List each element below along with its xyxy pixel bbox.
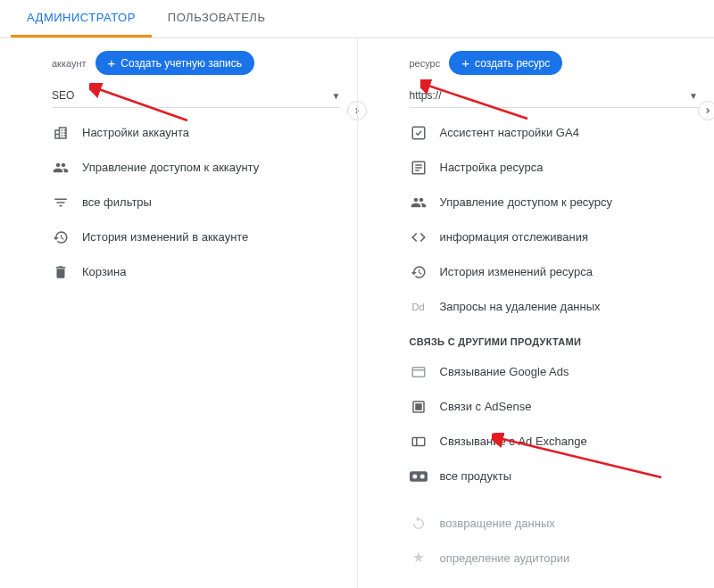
svg-point-14 [419,474,424,478]
ad-exchange-icon [410,433,428,451]
plus-icon: + [461,56,469,70]
return-icon [410,515,428,533]
account-selector[interactable]: SEO ▼ [52,84,341,108]
audience-definitions[interactable]: определение аудитории [358,541,715,576]
custom-definitions[interactable]: Dd специальные определения [358,576,715,588]
tab-admin[interactable]: АДМИНИСТРАТОР [11,0,152,37]
menu-label: Корзина [82,265,127,278]
menu-label: Связывание с Ad Exchange [440,435,587,448]
adsense-linking[interactable]: Связи с AdSense [358,389,715,424]
property-settings[interactable]: Настройка ресурса [358,150,715,185]
menu-label: определение аудитории [440,551,570,565]
svg-rect-9 [416,404,421,410]
menu-label: Управление доступом к аккаунту [82,161,259,174]
code-icon [410,228,428,246]
target-icon [410,550,428,567]
property-label: ресурс [410,58,441,69]
link-icon [410,468,428,485]
property-change-history[interactable]: История изменений ресурса [358,254,715,289]
account-column: аккаунт + Создать учетную запись SEO ▼ Н… [0,38,357,588]
check-square-icon [410,124,428,142]
menu-label: История изменений ресурса [440,265,593,278]
tab-user[interactable]: ПОЛЬЗОВАТЕЛЬ [152,0,282,37]
tracking-info[interactable]: информация отслеживания [358,219,715,254]
create-account-button[interactable]: + Создать учетную запись [95,51,254,75]
menu-label: все продукты [440,469,512,483]
property-selector-value: https:// [410,89,442,102]
building-icon [52,124,70,142]
settings-square-icon [410,159,428,177]
create-account-label: Создать учетную запись [120,57,242,70]
ga4-setup-assistant[interactable]: Ассистент настройки GA4 [358,115,715,150]
dd-icon: Dd [410,298,428,316]
svg-point-13 [412,474,417,478]
account-change-history[interactable]: История изменений в аккаунте [0,219,357,254]
google-ads-linking[interactable]: Связывание Google Ads [358,354,715,389]
svg-rect-6 [412,367,425,377]
account-label: аккаунт [52,58,87,69]
menu-label: Управление доступом к ресурсу [440,195,612,209]
caret-down-icon: ▼ [332,91,341,101]
create-property-button[interactable]: + создать ресурс [449,51,562,75]
plus-icon: + [108,56,116,70]
menu-label: информация отслеживания [440,230,588,244]
menu-label: все фильтры [82,195,152,209]
filter-icon [52,194,70,211]
people-icon [410,194,428,211]
caret-down-icon: ▼ [689,91,698,101]
history-icon [52,228,70,246]
all-products[interactable]: все продукты [358,459,715,493]
account-settings[interactable]: Настройки аккаунта [0,115,357,150]
svg-rect-1 [412,127,425,139]
dd-icon: Dd [410,584,428,589]
data-deletion-requests[interactable]: Dd Запросы на удаление данных [358,289,715,324]
menu-label: Ассистент настройки GA4 [440,126,579,139]
postbacks[interactable]: возвращение данных [358,506,715,541]
top-tabs: АДМИНИСТРАТОР ПОЛЬЗОВАТЕЛЬ [0,0,714,38]
svg-rect-12 [410,471,428,482]
adsense-icon [410,398,428,416]
trash-icon [52,263,70,281]
product-linking-title: СВЯЗЬ С ДРУГИМИ ПРОДУКТАМИ [358,324,715,354]
google-ads-icon [410,363,428,381]
history-icon [410,263,428,281]
collapse-property-handle[interactable] [698,101,714,120]
property-column: ресурс + создать ресурс https:// ▼ Ассис… [357,38,715,588]
menu-label: Запросы на удаление данных [440,300,601,313]
account-selector-value: SEO [52,89,74,102]
account-access-management[interactable]: Управление доступом к аккаунту [0,150,357,185]
menu-label: История изменений в аккаунте [82,230,248,244]
menu-label: Настройки аккаунта [82,126,189,139]
property-selector[interactable]: https:// ▼ [410,84,699,108]
property-access-management[interactable]: Управление доступом к ресурсу [358,185,715,219]
people-icon [52,159,70,177]
menu-label: возвращение данных [440,517,555,530]
menu-label: Связывание Google Ads [440,365,569,378]
all-filters[interactable]: все фильтры [0,185,357,219]
trash[interactable]: Корзина [0,254,357,289]
svg-rect-10 [412,437,425,445]
ad-exchange-linking[interactable]: Связывание с Ad Exchange [358,424,715,459]
create-property-label: создать ресурс [475,57,550,70]
menu-label: Связи с AdSense [440,400,532,413]
menu-label: Настройка ресурса [440,161,544,174]
